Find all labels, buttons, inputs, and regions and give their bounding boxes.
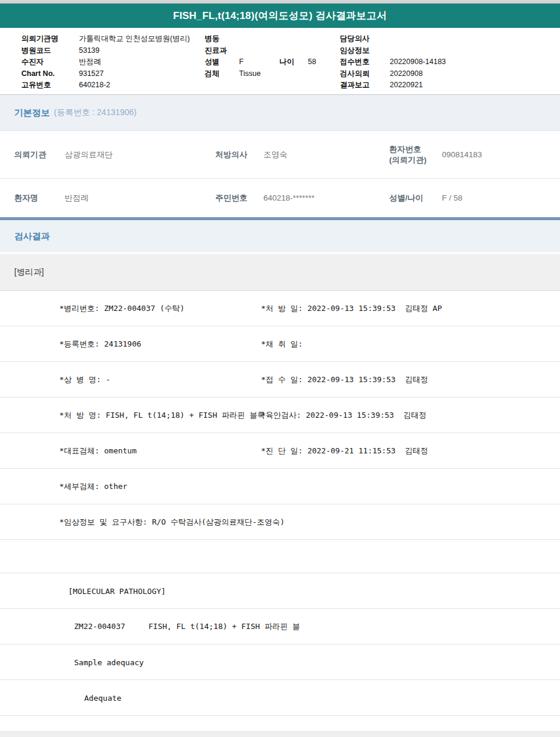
field-label: 처방의사	[215, 150, 263, 160]
header-row: 검사의뢰20220908	[340, 68, 560, 80]
department-label: [병리과]	[14, 267, 44, 278]
cell-sex-age: 성별/나이 F / 58	[389, 193, 560, 204]
reception-date: *접 수 일: 2022-09-13 15:39:53 김태정	[261, 374, 428, 385]
detail-row: *상 병 명: - *접 수 일: 2022-09-13 15:39:53 김태…	[0, 362, 560, 398]
basic-info-table: 의뢰기관 삼광의료재단 처방의사 조영숙 환자번호 (의뢰기관) 0908141…	[0, 131, 560, 217]
field-value: 반점례	[65, 193, 89, 204]
molecular-pathology-title: [MOLECULAR PATHOLOGY]	[68, 586, 166, 595]
field-label-line1: 환자번호	[389, 144, 442, 155]
report-page: FISH_FL,t(14;18)(여의도성모) 검사결과보고서 의뢰기관명가톨릭…	[0, 0, 560, 737]
field-value: 640218-*******	[263, 193, 314, 202]
field-label: 성별/나이	[389, 193, 442, 204]
result-detail-rows: *병리번호: ZM22-004037 (수탁) *처 방 일: 2022-09-…	[0, 291, 560, 731]
header-row: 임상정보	[340, 45, 560, 57]
field-value: 640218-2	[79, 81, 110, 89]
header-row: 검체Tissue	[205, 68, 340, 80]
order-name: *처 방 명: FISH, FL t(14;18) + FISH 파라핀 블록	[59, 410, 265, 421]
field-value: 58	[308, 58, 316, 66]
field-label: 검체	[205, 68, 239, 80]
spacer	[0, 716, 560, 731]
table-row: 환자명 반점례 주민번호 640218-******* 성별/나이 F / 58	[0, 179, 560, 217]
field-label: 진료과	[205, 45, 239, 57]
header-row: 성별F나이58	[205, 56, 340, 68]
field-value: Tissue	[239, 69, 260, 78]
field-label: 의뢰기관	[14, 150, 65, 160]
field-value: F / 58	[442, 193, 463, 202]
field-value: 53139	[79, 46, 100, 55]
header-info: 의뢰기관명가톨릭대학교 인천성모병원(병리) 병원코드53139 수진자반점례 …	[0, 28, 560, 94]
collection-date: *채 취 일:	[261, 339, 303, 350]
basic-info-registration-number: (등록번호 : 24131906)	[54, 107, 136, 118]
cell-requesting-org: 의뢰기관 삼광의료재단	[14, 150, 215, 160]
field-label: 담당의사	[340, 33, 390, 45]
sample-adequacy-result-row: Adequate	[0, 680, 560, 716]
detail-row: *대표검체: omentum *진 단 일: 2022-09-21 11:15:…	[0, 433, 560, 469]
table-row: 의뢰기관 삼광의료재단 처방의사 조영숙 환자번호 (의뢰기관) 0908141…	[0, 131, 560, 179]
header-row: 고유번호640218-2	[21, 80, 205, 91]
field-label: 성별	[205, 56, 239, 68]
molecular-order-line: ZM22-004037 FISH, FL t(14;18) + FISH 파라핀…	[74, 621, 300, 632]
molecular-order-row: ZM22-004037 FISH, FL t(14;18) + FISH 파라핀…	[0, 609, 560, 644]
detail-row: *임상정보 및 요구사항: R/O 수탁검사(삼광의료재단-조영숙)	[0, 504, 560, 540]
basic-info-section-header: 기본정보 (등록번호 : 24131906)	[0, 94, 560, 131]
field-label: 병원코드	[21, 45, 79, 57]
header-row: 병원코드53139	[21, 45, 205, 57]
header-column-specimen: 병동 진료과 성별F나이58 검체Tissue	[205, 33, 340, 94]
representative-specimen: *대표검체: omentum	[59, 446, 136, 456]
registration-number: *등록번호: 24131906	[59, 339, 141, 350]
field-value: 090814183	[442, 150, 482, 159]
field-label: Chart No.	[21, 68, 79, 80]
header-row: 접수번호20220908-14183	[340, 56, 560, 68]
header-row: Chart No.931527	[21, 68, 205, 80]
detail-row: *처 방 명: FISH, FL t(14;18) + FISH 파라핀 블록 …	[0, 398, 560, 433]
header-row: 병동	[205, 33, 340, 45]
field-value: F	[239, 56, 279, 68]
field-value: 931527	[79, 69, 104, 78]
gross-exam-date: *육안검사: 2022-09-13 15:39:53 김태정	[261, 410, 427, 421]
bottom-band	[0, 731, 560, 737]
detail-row: *병리번호: ZM22-004037 (수탁) *처 방 일: 2022-09-…	[0, 291, 560, 326]
department-row: [병리과]	[0, 254, 560, 291]
header-row: 수진자반점례	[21, 56, 205, 68]
field-value: 반점례	[79, 58, 101, 66]
clinical-info-request: *임상정보 및 요구사항: R/O 수탁검사(삼광의료재단-조영숙)	[59, 517, 285, 528]
header-column-requesting-org: 의뢰기관명가톨릭대학교 인천성모병원(병리) 병원코드53139 수진자반점례 …	[21, 33, 205, 94]
field-label: 검사의뢰	[340, 68, 390, 80]
field-label: 고유번호	[21, 80, 79, 91]
field-label-line2: (의뢰기관)	[389, 155, 442, 166]
report-title-bar: FISH_FL,t(14;18)(여의도성모) 검사결과보고서	[0, 4, 560, 28]
field-label: 접수번호	[340, 56, 390, 68]
header-column-reception: 담당의사 임상정보 접수번호20220908-14183 검사의뢰2022090…	[340, 33, 560, 94]
cell-prescribing-doctor: 처방의사 조영숙	[215, 150, 389, 160]
results-section-header: 검사결과	[0, 217, 560, 252]
cell-resident-number: 주민번호 640218-*******	[215, 193, 389, 204]
pathology-number: *병리번호: ZM22-004037 (수탁)	[59, 303, 184, 314]
sample-adequacy-value: Adequate	[84, 693, 122, 702]
field-label: 나이	[279, 56, 308, 68]
cell-patient-number: 환자번호 (의뢰기관) 090814183	[389, 144, 560, 165]
disease-name: *상 병 명: -	[59, 374, 110, 385]
field-value: 조영숙	[263, 150, 288, 160]
report-title: FISH_FL,t(14;18)(여의도성모) 검사결과보고서	[173, 9, 387, 23]
sample-adequacy-label: Sample adequacy	[74, 657, 144, 666]
field-value: 20220908	[390, 69, 423, 78]
sample-adequacy-row: Sample adequacy	[0, 644, 560, 680]
empty-row	[0, 540, 560, 573]
field-label: 주민번호	[215, 193, 263, 204]
field-label: 결과보고	[340, 80, 390, 91]
header-row: 진료과	[205, 45, 340, 57]
field-label: 의뢰기관명	[21, 33, 79, 45]
prescription-date: *처 방 일: 2022-09-13 15:39:53 김태정 AP	[261, 303, 442, 314]
header-row: 결과보고20220921	[340, 80, 560, 91]
diagnosis-date: *진 단 일: 2022-09-21 11:15:53 김태정	[261, 446, 428, 456]
field-label: 환자번호 (의뢰기관)	[389, 144, 442, 165]
field-value: 20220921	[390, 81, 423, 89]
detail-row: *등록번호: 24131906 *채 취 일:	[0, 326, 560, 362]
basic-info-title: 기본정보	[14, 107, 50, 119]
field-value: 20220908-14183	[390, 58, 446, 66]
detail-row: *세부검체: other	[0, 469, 560, 504]
field-label: 임상정보	[340, 45, 390, 57]
results-title: 검사결과	[14, 231, 50, 242]
molecular-pathology-header-row: [MOLECULAR PATHOLOGY]	[0, 573, 560, 609]
field-label: 환자명	[14, 193, 65, 204]
